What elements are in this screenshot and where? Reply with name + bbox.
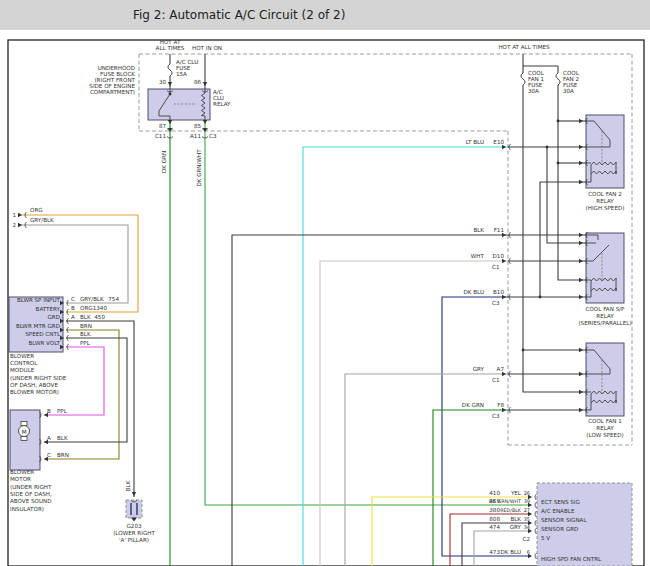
module-pin-letter: B — [71, 305, 75, 311]
hot-at-label: ALL TIMES — [156, 45, 185, 51]
connector-arrow-icon — [579, 259, 583, 263]
connector-a11: A11 — [190, 133, 201, 139]
connector-socket-icon — [535, 494, 536, 500]
connector-arrow-icon — [18, 223, 22, 227]
wire-color-label: GRY — [473, 366, 485, 372]
connector-arrow-icon — [579, 408, 583, 412]
junction-dot — [546, 146, 549, 149]
wire-color-label: DK BLU — [463, 289, 484, 295]
wire-color-label: LT BLU — [466, 139, 484, 145]
wiring-diagram-page: Fig 2: Automatic A/C Circuit (2 of 2) HO… — [0, 0, 650, 566]
wire-color-label: DK GRN — [462, 402, 484, 408]
cool-fan-1-relay-caption: RELAY — [596, 425, 614, 431]
wire-color-label: BRN — [57, 452, 69, 458]
motor-symbol-label: M — [21, 428, 26, 435]
g203-caption: G203 — [126, 523, 141, 529]
wire-color-label: BLK — [57, 435, 68, 441]
connector-arrow-icon — [579, 295, 583, 299]
module-pin-label: SPEED CNTL — [25, 331, 61, 337]
wire-color-label: BLK — [80, 331, 91, 337]
connector-arrow-icon — [579, 241, 583, 245]
g203-caption: (LOWER RIGHT — [113, 530, 155, 536]
connector-arrow-icon — [203, 120, 207, 124]
connector-arrow-icon — [502, 233, 506, 237]
connector-arrow-icon — [168, 82, 172, 86]
motor-brush-icon — [21, 422, 27, 426]
connector-arrow-icon — [18, 213, 22, 217]
pcm-pin-39: 39 — [524, 498, 530, 504]
pcm-pin-26: 26 — [524, 490, 530, 496]
motor-pin-letter: C — [47, 452, 51, 458]
connector-arrow-icon — [132, 492, 136, 496]
pin-1: 1 — [12, 212, 16, 218]
connector-socket-icon — [535, 502, 536, 508]
module-pin-letter: A — [71, 314, 75, 320]
blower-motor-caption: BLOWER — [10, 469, 34, 475]
connector-arrow-icon — [502, 408, 506, 412]
connector-socket-icon — [535, 511, 536, 517]
blower-control-module-caption: OF DASH, ABOVE — [10, 382, 58, 388]
pcm-row-label: HIGH SPD FAN CNTRL — [541, 556, 602, 562]
connector-c3: C3 — [492, 300, 500, 306]
cool-fan-2-relay-box — [586, 115, 624, 188]
motor-pin-letter: B — [47, 408, 51, 414]
module-pin-label: BLWR SP INPUT — [17, 297, 61, 303]
fuse-icon — [521, 73, 525, 85]
relay-pin-86: 86 — [194, 79, 202, 85]
pcm-pin-27: 27 — [524, 507, 530, 513]
wire-color-label: GRY/BLK — [30, 217, 54, 223]
underhood-fuse-block-caption: COMPARTMENT) — [90, 89, 135, 95]
fuse-icon — [168, 64, 172, 76]
cool-fan-2-fuse-label: 30A — [563, 88, 574, 94]
wire-color-label: GRY — [510, 524, 522, 530]
pin-f11: F11 — [494, 227, 505, 233]
wire-color-label: BLK — [125, 480, 131, 491]
cool-fan-2-relay-caption: (HIGH SPEED) — [586, 205, 625, 211]
circuit-number: 808 — [489, 516, 500, 522]
wire-color-label: PPL — [80, 340, 91, 346]
wire-grnwht — [205, 120, 531, 505]
blower-control-module-caption: CONTROL — [10, 360, 38, 366]
junction-dot — [557, 120, 560, 123]
connector-arrow-icon — [579, 278, 583, 282]
connector-arrow-icon — [579, 348, 583, 352]
circuit-number: 474 — [489, 524, 500, 530]
pin-b10: B10 — [493, 289, 504, 295]
pcm-row-label: A/C ENABLE — [541, 508, 575, 514]
pin-a7: A7 — [497, 366, 505, 372]
g203-connector — [126, 500, 142, 518]
connector-arrow-icon — [579, 372, 583, 376]
cool-fan-1-relay-caption: (LOW SPEED) — [586, 432, 623, 438]
wire-color-label: DK GRN/WHT — [196, 149, 202, 187]
cool-fan-1-relay-caption: COOL FAN 1 — [588, 418, 622, 424]
cool-fan-2-relay-caption: RELAY — [596, 198, 614, 204]
junction-dot — [557, 162, 560, 165]
wire-color-label: DK GRN — [161, 151, 167, 173]
junction-dot — [522, 349, 525, 352]
connector-arrow-icon — [502, 259, 506, 263]
wire-color-label: ORG — [80, 305, 93, 311]
motor-pin-letter: A — [47, 435, 51, 441]
connector-socket-icon — [535, 520, 536, 526]
blower-control-module-caption: MODULE — [10, 367, 35, 373]
wire-blk — [547, 147, 586, 243]
connector-c3: C3 — [209, 133, 217, 139]
pin-2: 2 — [12, 222, 16, 228]
circuit-number: 450 — [94, 314, 105, 320]
cool-fan-sp-relay-caption: RELAY — [596, 313, 614, 319]
fuse-icon — [556, 73, 560, 85]
g203-caption: 'A' PILLAR) — [119, 537, 149, 543]
relay-pin-30: 30 — [159, 79, 167, 85]
module-pin-label: BLWR VOLT — [28, 340, 60, 346]
wire-color-label: YEL — [510, 490, 522, 496]
connector-arrow-icon — [502, 372, 506, 376]
pcm-box — [537, 483, 632, 566]
blower-motor-caption: ABOVE SOUND — [10, 498, 52, 504]
circuit-number: 754 — [108, 296, 119, 302]
hot-in-on-label: HOT IN ON — [192, 45, 222, 51]
wire-color-label: BLK — [80, 314, 91, 320]
connector-socket-icon — [535, 528, 536, 534]
cool-fan-1-fuse-label: 30A — [528, 88, 539, 94]
pcm-row-label: 5 V — [541, 535, 550, 541]
connector-socket-icon — [535, 553, 536, 559]
